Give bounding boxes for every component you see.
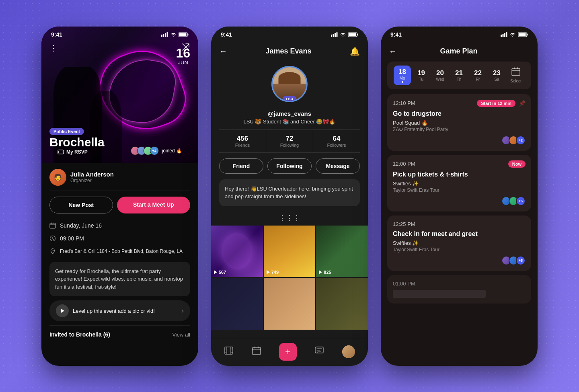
friend-button[interactable]: Friend (219, 158, 263, 174)
chevron-right-icon: › (182, 307, 184, 314)
date-badge: 16 JUN (176, 47, 190, 66)
event-4-time: 01:00 PM (393, 281, 415, 287)
invited-label: Invited to Brochella (6) (49, 331, 110, 338)
svg-marker-21 (214, 270, 217, 274)
action-row: New Post Start a Meet Up (49, 191, 190, 219)
svg-rect-30 (506, 32, 507, 37)
signal-icons-3 (501, 32, 528, 37)
organizer-avatar: 🧑 (49, 169, 66, 186)
event-3-time: 12:25 PM (393, 221, 415, 227)
event-card-3[interactable]: 12:25 PM Check in for meet and greet Swi… (387, 215, 531, 271)
bell-icon[interactable]: 🔔 (350, 47, 360, 56)
play-icon-2 (266, 270, 270, 274)
followers-label: Followers (313, 143, 360, 148)
rsvp-badge[interactable]: My RSVP (57, 149, 88, 155)
calendar-day-22[interactable]: 22 Fr (469, 67, 487, 84)
message-button[interactable]: Message (316, 158, 360, 174)
grid-view-icon[interactable]: ⋮⋮⋮ (211, 212, 368, 226)
pin-icon-1: 📌 (519, 100, 526, 107)
media-cell-2[interactable]: 749 (264, 226, 316, 277)
organizer-info: Julia Anderson Organizer (70, 171, 190, 183)
following-count: 72 (266, 135, 313, 143)
svg-point-8 (57, 151, 59, 153)
lsu-badge: LSU (283, 96, 296, 102)
day-num-20: 20 (432, 69, 448, 77)
back-button-2[interactable]: ← (219, 47, 227, 56)
event-time: 09:00 PM (60, 235, 84, 242)
game-plan-title: Game Plan (397, 47, 521, 55)
event-card-4[interactable]: 01:00 PM (387, 275, 531, 304)
calendar-day-23[interactable]: 23 Sa (488, 67, 505, 84)
svg-marker-23 (319, 270, 322, 274)
svg-rect-19 (357, 33, 358, 35)
svg-rect-28 (503, 34, 504, 37)
media-cell-1[interactable]: 567 (211, 226, 263, 277)
day-lbl-22: Fr (470, 77, 486, 82)
play-icon-1 (214, 270, 218, 274)
organizer-name: Julia Anderson (70, 171, 190, 178)
organizer-role: Organizer (70, 178, 190, 183)
battery-icon (179, 32, 189, 37)
phone1-content: 🧑 Julia Anderson Organizer New Post Star… (41, 163, 198, 344)
svg-rect-1 (163, 34, 164, 37)
following-button[interactable]: Following (267, 158, 312, 174)
media-prompt[interactable]: Level up this event add a pic or vid! › (49, 300, 190, 321)
profile-avatar-section: LSU (211, 62, 368, 106)
status-bar-1: 9:41 (41, 27, 198, 38)
status-bar-3: 9:41 (381, 27, 538, 38)
event-1-time-row: 12:10 PM Start in 12 min 📌 (393, 100, 526, 107)
event-3-footer: +5 (393, 256, 526, 265)
svg-rect-2 (165, 33, 166, 37)
event-2-avatars: +5 (501, 196, 526, 206)
event-2-badge: Now (508, 160, 526, 168)
play-triangle (60, 308, 65, 313)
public-badge: Public Event (49, 128, 84, 135)
signal-icon (161, 32, 168, 37)
calendar-day-21[interactable]: 21 Th (450, 67, 468, 84)
plus-badge: +4 (150, 146, 159, 155)
start-meetup-button[interactable]: Start a Meet Up (117, 197, 190, 213)
wifi-icon-2 (340, 32, 346, 37)
nav-calendar-icon[interactable] (252, 346, 261, 358)
event-4-time-row: 01:00 PM (393, 281, 526, 287)
new-post-button[interactable]: New Post (49, 197, 113, 213)
phone-3: 9:41 ← Game Plan (381, 27, 538, 366)
battery-icon-3 (518, 32, 528, 37)
svg-rect-24 (225, 347, 233, 354)
calendar-day-18[interactable]: 18 Mo (394, 66, 411, 85)
followers-stat: 64 Followers (313, 130, 360, 152)
back-button-3[interactable]: ← (389, 47, 397, 56)
battery-icon-2 (348, 32, 358, 37)
time-1: 9:41 (51, 31, 62, 38)
media-cell-4[interactable] (211, 278, 263, 330)
signal-icons-1 (161, 32, 189, 37)
status-bar-2: 9:41 (211, 27, 368, 38)
svg-rect-5 (188, 33, 189, 35)
event-card-2[interactable]: 12:00 PM Now Pick up tickets & t-shirts … (387, 155, 531, 211)
calendar-select[interactable]: Select (507, 67, 525, 83)
event-date: Sunday, June 16 (60, 222, 102, 229)
media-cell-6[interactable] (316, 278, 368, 330)
joined-row: +4 joined 🔥 (131, 146, 182, 155)
nav-add-button[interactable]: + (279, 343, 297, 361)
day-lbl-21: Th (451, 77, 467, 82)
event-2-sub: Taylor Swift Eras Tour (393, 187, 526, 193)
nav-profile-avatar[interactable] (342, 345, 355, 358)
calendar-day-20[interactable]: 20 Wed (431, 67, 449, 84)
event-1-sub: ΣΔΦ Fraternity Pool Party (393, 127, 526, 132)
event-3-group: Swifties ✨ (393, 240, 526, 246)
media-cell-5[interactable] (264, 278, 316, 330)
more-icon[interactable]: ⋮ (49, 43, 57, 53)
nav-film-icon[interactable] (224, 346, 234, 358)
media-cell-3[interactable]: 825 (316, 226, 368, 277)
media-grid: 567 749 825 (211, 226, 368, 330)
view-all-link[interactable]: View all (172, 332, 190, 338)
calendar-day-19[interactable]: 19 Tu (413, 67, 430, 84)
svg-rect-27 (501, 35, 502, 37)
play-icon (56, 304, 69, 317)
friends-label: Friends (219, 143, 266, 148)
organizer-row: 🧑 Julia Anderson Organizer (49, 163, 190, 191)
nav-chat-icon[interactable] (314, 346, 324, 358)
wifi-icon-3 (509, 32, 516, 37)
event-card-1[interactable]: 12:10 PM Start in 12 min 📌 Go to drugsto… (387, 94, 531, 151)
